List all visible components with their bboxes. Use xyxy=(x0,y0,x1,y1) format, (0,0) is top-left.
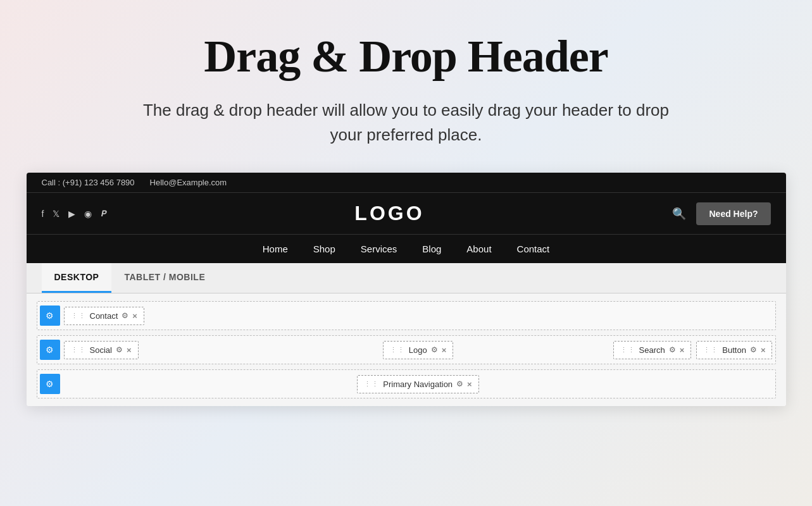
widget-nav-label: Primary Navigation xyxy=(383,379,453,389)
tab-tablet-mobile[interactable]: TABLET / MOBILE xyxy=(111,263,218,293)
widget-contact-gear-icon[interactable]: ⚙ xyxy=(122,311,128,320)
nav-about[interactable]: About xyxy=(466,244,491,254)
widget-nav-close-icon[interactable]: × xyxy=(467,379,472,389)
logo: LOGO xyxy=(354,202,424,225)
builder-row-nav: ⚙ ⋮⋮ Primary Navigation ⚙ × xyxy=(37,369,776,398)
widget-search-close-icon[interactable]: × xyxy=(680,345,685,355)
widget-social[interactable]: ⋮⋮ Social ⚙ × xyxy=(64,341,139,359)
widget-social-gear-icon[interactable]: ⚙ xyxy=(116,345,123,354)
header-preview: Call : (+91) 123 456 7890 Hello@Example.… xyxy=(27,173,786,263)
builder-row-contact: ⚙ ⋮⋮ Contact ⚙ × xyxy=(37,301,776,330)
row-contact-content: ⋮⋮ Contact ⚙ × xyxy=(64,307,773,325)
youtube-icon[interactable]: ▶ xyxy=(68,209,75,219)
preview-container: Call : (+91) 123 456 7890 Hello@Example.… xyxy=(27,173,786,406)
middle-bar: f 𝕏 ▶ ◉ 𝙋 LOGO 🔍 Need Help? xyxy=(27,193,786,234)
drag-handle-button: ⋮⋮ xyxy=(703,346,718,354)
page-title: Drag & Drop Header xyxy=(134,30,678,83)
header-search-button[interactable]: 🔍 xyxy=(672,207,686,221)
widget-social-close-icon[interactable]: × xyxy=(127,345,132,355)
row-middle-center: ⋮⋮ Logo ⚙ × xyxy=(300,341,536,359)
hero-section: Drag & Drop Header The drag & drop heade… xyxy=(122,0,691,168)
builder-row-middle: ⚙ ⋮⋮ Social ⚙ × ⋮⋮ Logo ⚙ × xyxy=(37,335,776,364)
twitter-icon[interactable]: 𝕏 xyxy=(53,209,59,219)
nav-bar: Home Shop Services Blog About Contact xyxy=(27,234,786,263)
widget-logo-gear-icon[interactable]: ⚙ xyxy=(431,345,438,354)
drag-handle-nav: ⋮⋮ xyxy=(364,380,379,388)
row-nav-content: ⋮⋮ Primary Navigation ⚙ × xyxy=(64,375,773,393)
email-text: Hello@Example.com xyxy=(150,178,227,187)
drag-handle-logo: ⋮⋮ xyxy=(390,346,405,354)
widget-search[interactable]: ⋮⋮ Search ⚙ × xyxy=(613,341,692,359)
widget-button-gear-icon[interactable]: ⚙ xyxy=(750,345,757,354)
widget-primary-navigation[interactable]: ⋮⋮ Primary Navigation ⚙ × xyxy=(357,375,478,393)
nav-home[interactable]: Home xyxy=(263,244,288,254)
row-middle-content: ⋮⋮ Social ⚙ × ⋮⋮ Logo ⚙ × xyxy=(64,341,773,359)
widget-contact-close-icon[interactable]: × xyxy=(132,311,137,321)
instagram-icon[interactable]: ◉ xyxy=(84,209,92,219)
widget-nav-gear-icon[interactable]: ⚙ xyxy=(456,379,463,388)
widget-social-label: Social xyxy=(90,345,112,355)
widget-contact[interactable]: ⋮⋮ Contact ⚙ × xyxy=(64,307,144,325)
pinterest-icon[interactable]: 𝙋 xyxy=(101,208,106,219)
row-nav-settings-button[interactable]: ⚙ xyxy=(40,374,60,394)
need-help-button[interactable]: Need Help? xyxy=(696,202,770,225)
nav-services[interactable]: Services xyxy=(361,244,397,254)
drag-handle-contact: ⋮⋮ xyxy=(71,312,86,320)
phone-text: Call : (+91) 123 456 7890 xyxy=(42,178,135,187)
facebook-icon[interactable]: f xyxy=(42,209,44,219)
row-middle-left: ⋮⋮ Social ⚙ × xyxy=(64,341,300,359)
tab-desktop[interactable]: DESKTOP xyxy=(42,263,112,293)
social-icons-group: f 𝕏 ▶ ◉ 𝙋 xyxy=(42,208,107,219)
header-right: 🔍 Need Help? xyxy=(672,202,770,225)
widget-search-label: Search xyxy=(639,345,665,355)
widget-logo-close-icon[interactable]: × xyxy=(442,345,447,355)
drag-handle-social: ⋮⋮ xyxy=(71,346,86,354)
widget-logo[interactable]: ⋮⋮ Logo ⚙ × xyxy=(383,341,454,359)
widget-button-close-icon[interactable]: × xyxy=(761,345,766,355)
widget-contact-label: Contact xyxy=(90,311,118,321)
widget-search-gear-icon[interactable]: ⚙ xyxy=(669,345,676,354)
nav-shop[interactable]: Shop xyxy=(313,244,335,254)
page-subtitle: The drag & drop header will allow you to… xyxy=(134,98,678,147)
nav-blog[interactable]: Blog xyxy=(422,244,441,254)
row-middle-right: ⋮⋮ Search ⚙ × ⋮⋮ Button ⚙ × xyxy=(536,341,772,359)
top-bar: Call : (+91) 123 456 7890 Hello@Example.… xyxy=(27,173,786,193)
nav-contact[interactable]: Contact xyxy=(517,244,550,254)
tabs-section: DESKTOP TABLET / MOBILE xyxy=(27,263,786,293)
widget-button[interactable]: ⋮⋮ Button ⚙ × xyxy=(696,341,772,359)
drag-handle-search: ⋮⋮ xyxy=(620,346,635,354)
widget-logo-label: Logo xyxy=(409,345,427,355)
row-middle-settings-button[interactable]: ⚙ xyxy=(40,340,60,360)
row-contact-settings-button[interactable]: ⚙ xyxy=(40,305,60,326)
widget-button-label: Button xyxy=(722,345,746,355)
builder-area: ⚙ ⋮⋮ Contact ⚙ × ⚙ ⋮⋮ Social ⚙ xyxy=(27,293,786,406)
